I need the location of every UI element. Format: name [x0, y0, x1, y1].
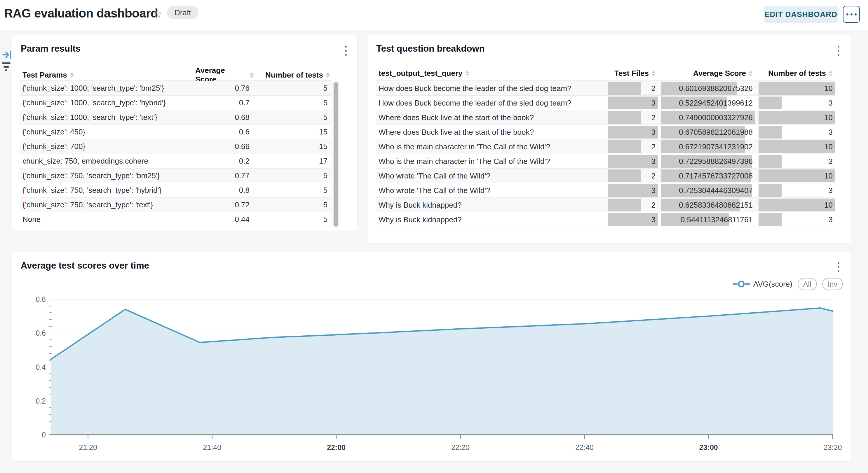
column-header-average-score[interactable]: Average Score	[658, 69, 755, 78]
cell-number-of-tests: 5	[254, 84, 332, 93]
card-menu-kebab-icon[interactable]	[836, 45, 841, 57]
data-bar	[758, 169, 835, 182]
cell-average-score: 0.2	[195, 157, 254, 166]
cell-number-of-tests: 10	[755, 110, 835, 125]
table-row: {'chunk_size': 1000, 'search_type': 'tex…	[20, 110, 332, 125]
param-results-rows: {'chunk_size': 1000, 'search_type': 'bm2…	[20, 81, 332, 227]
cell-number-of-tests: 5	[254, 113, 332, 122]
chart-legend: AVG(score) All Inv	[733, 278, 843, 290]
scrollbar-thumb[interactable]	[334, 82, 338, 226]
cell-average-score: 0.7490000003327926	[658, 110, 755, 125]
data-bar	[608, 97, 658, 109]
cell-test-files: 2	[604, 81, 658, 96]
scores-chart-card: Average test scores over time AVG(score)…	[12, 252, 851, 462]
range-button-all[interactable]: All	[798, 278, 817, 290]
cell-number-of-tests: 10	[755, 169, 835, 183]
data-bar	[608, 111, 641, 124]
cell-average-score: 0.5441113246811761	[658, 212, 755, 227]
svg-text:0.6: 0.6	[36, 329, 46, 337]
cell-query: Who wrote 'The Call of the Wild'?	[376, 171, 604, 180]
table-row: {'chunk_size': 750, 'search_type': 'hybr…	[20, 183, 332, 198]
cell-number-of-tests: 10	[755, 198, 835, 212]
card-menu-kebab-icon[interactable]	[836, 261, 841, 273]
edit-dashboard-button[interactable]: EDIT DASHBOARD	[764, 6, 838, 23]
page-title: RAG evaluation dashboard	[4, 6, 158, 21]
cell-test-files: 2	[604, 110, 658, 125]
data-bar	[608, 213, 658, 226]
cell-average-score: 0.8	[195, 186, 254, 195]
cell-test-files: 2	[604, 198, 658, 212]
table-header-row: Test Params Average Score Number of test…	[20, 66, 332, 81]
cell-test-params: {'chunk_size': 1000, 'search_type': 'tex…	[20, 113, 195, 122]
svg-text:21:40: 21:40	[203, 443, 221, 451]
cell-number-of-tests: 5	[254, 171, 332, 180]
cell-average-score: 0.7229588826497396	[658, 154, 755, 169]
cell-average-score: 0.7	[195, 98, 254, 107]
cell-average-score: 0.5229452401399612	[658, 96, 755, 110]
column-header-number-of-tests[interactable]: Number of tests	[755, 69, 835, 78]
question-breakdown-rows: How does Buck become the leader of the s…	[376, 81, 835, 227]
table-row: Where does Buck live at the start of the…	[376, 110, 835, 125]
column-header-test-params[interactable]: Test Params	[20, 71, 195, 79]
table-row: {'chunk_size': 750, 'search_type': 'bm25…	[20, 169, 332, 183]
scores-chart-svg: 21:2021:4022:0022:2022:4023:0023:2000.20…	[14, 295, 849, 458]
svg-text:23:00: 23:00	[699, 443, 718, 451]
ellipsis-icon	[846, 13, 848, 15]
cell-test-params: {'chunk_size': 700}	[20, 142, 195, 151]
table-scrollbar	[333, 81, 339, 228]
table-row: chunk_size: 750, embeddings:cohere 0.2 1…	[20, 154, 332, 169]
cell-query: Who is the main character in 'The Call o…	[376, 142, 604, 151]
cell-number-of-tests: 10	[755, 81, 835, 96]
cell-average-score: 0.6705898212061988	[658, 125, 755, 139]
svg-text:0.8: 0.8	[36, 295, 46, 303]
cell-test-params: {'chunk_size': 750, 'search_type': 'text…	[20, 200, 195, 209]
data-bar	[608, 199, 641, 211]
data-bar	[758, 213, 782, 226]
cell-average-score: 0.7253044446309407	[658, 183, 755, 198]
table-row: {'chunk_size': 1000, 'search_type': 'bm2…	[20, 81, 332, 96]
cell-number-of-tests: 15	[254, 128, 332, 136]
cell-average-score: 0.6	[195, 128, 254, 136]
more-options-button[interactable]	[843, 6, 860, 23]
collapse-panel-icon[interactable]	[2, 50, 12, 61]
cell-number-of-tests: 3	[755, 212, 835, 227]
filter-icon[interactable]	[2, 62, 10, 71]
column-header-test-files[interactable]: Test Files	[604, 69, 658, 78]
column-header-query[interactable]: test_output_test_query	[376, 69, 604, 78]
sort-icon	[651, 71, 655, 76]
card-menu-kebab-icon[interactable]	[344, 45, 348, 57]
range-button-inv[interactable]: Inv	[822, 278, 843, 290]
table-row: Who is the main character in 'The Call o…	[376, 154, 835, 169]
cell-number-of-tests: 5	[254, 186, 332, 195]
data-bar	[608, 155, 658, 168]
column-header-number-of-tests[interactable]: Number of tests	[254, 71, 332, 79]
svg-text:22:00: 22:00	[327, 443, 346, 451]
cell-query: How does Buck become the leader of the s…	[376, 84, 604, 93]
cell-test-files: 3	[604, 183, 658, 198]
sort-icon	[250, 72, 254, 78]
cell-number-of-tests: 3	[755, 154, 835, 169]
cell-number-of-tests: 3	[755, 96, 835, 110]
cell-number-of-tests: 5	[254, 98, 332, 107]
card-title: Param results	[21, 43, 81, 54]
table-row: Why is Buck kidnapped? 2 0.6258336480862…	[376, 198, 835, 212]
favorite-star-icon[interactable]: ☆	[152, 7, 162, 21]
cell-query: Why is Buck kidnapped?	[376, 215, 604, 224]
question-breakdown-card: Test question breakdown test_output_test…	[367, 35, 851, 243]
data-bar	[758, 155, 782, 168]
cell-query: Who is the main character in 'The Call o…	[376, 157, 604, 166]
legend-item-avg-score[interactable]: AVG(score)	[733, 280, 793, 289]
cell-average-score: 0.6721907341231902	[658, 139, 755, 154]
data-bar	[608, 184, 658, 197]
cell-number-of-tests: 15	[254, 142, 332, 151]
cell-test-files: 3	[604, 212, 658, 227]
ellipsis-icon	[855, 13, 857, 15]
cell-test-files: 3	[604, 96, 658, 110]
cell-test-params: {'chunk_size': 1000, 'search_type': 'hyb…	[20, 98, 195, 107]
sort-icon	[326, 72, 330, 78]
data-bar	[608, 126, 658, 138]
svg-text:22:40: 22:40	[575, 443, 594, 451]
cell-average-score: 0.6258336480862151	[658, 198, 755, 212]
cell-test-files: 2	[604, 169, 658, 183]
svg-text:22:20: 22:20	[451, 443, 470, 451]
